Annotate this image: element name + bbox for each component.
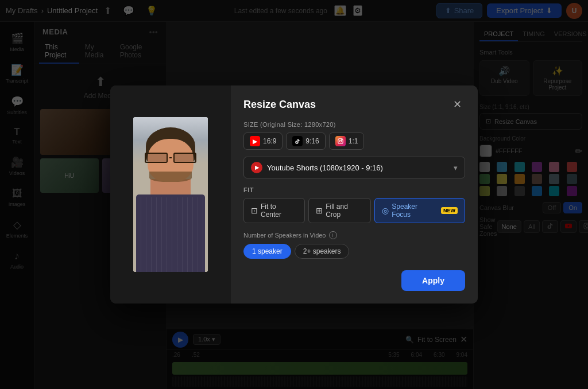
speakers-section-label: Number of Speakers in Video i [243,231,465,239]
glasses-shape [145,153,196,163]
tiktok-icon [292,136,303,146]
preview-frame [133,117,208,272]
shirt-pattern [136,197,205,272]
multi-speaker-option[interactable]: 2+ speakers [295,244,350,259]
dropdown-chevron-icon: ▾ [454,164,458,172]
size-16-9-label: 16:9 [263,137,276,145]
speakers-label-text: Number of Speakers in Video [243,232,326,239]
size-1-1-label: 1:1 [349,137,358,145]
dropdown-left: ▶ Youtube Shorts (1080x1920 - 9:16) [251,162,383,173]
dropdown-platform-icon: ▶ [251,162,262,173]
format-dropdown[interactable]: ▶ Youtube Shorts (1080x1920 - 9:16) ▾ [243,157,465,178]
fill-crop-option[interactable]: ⊞ Fill and Crop [308,198,371,223]
fill-crop-label: Fill and Crop [326,203,363,219]
modal-content: Resize Canvas ✕ SIZE (Original Size: 128… [231,85,478,304]
speaker-focus-option[interactable]: ◎ Speaker Focus NEW [374,198,465,223]
modal-footer: Apply [243,270,465,291]
size-9-16-label: 9:16 [305,137,319,145]
fit-section-label: FIT [243,186,465,193]
apply-button[interactable]: Apply [401,270,465,291]
modal-header: Resize Canvas ✕ [243,97,465,112]
resize-canvas-modal: Resize Canvas ✕ SIZE (Original Size: 128… [110,85,478,304]
size-option-16-9[interactable]: ▶ 16:9 [243,133,283,150]
speaker-focus-icon: ◎ [382,206,389,215]
size-options: ▶ 16:9 9:16 1:1 [243,133,465,150]
preview-image [133,117,208,272]
youtube-icon: ▶ [250,136,260,146]
fit-center-option[interactable]: ⊡ Fit to Center [243,198,305,223]
new-badge: NEW [441,207,458,214]
svg-point-4 [339,140,341,142]
fit-options: ⊡ Fit to Center ⊞ Fill and Crop ◎ Speake… [243,198,465,223]
speaker-focus-label: Speaker Focus [392,203,436,219]
size-section-label: SIZE (Original Size: 1280x720) [243,121,465,128]
size-option-1-1[interactable]: 1:1 [329,133,365,150]
beard-shape [149,172,192,182]
modal-overlay: Resize Canvas ✕ SIZE (Original Size: 128… [0,0,588,389]
modal-close-button[interactable]: ✕ [450,97,465,112]
size-option-9-16[interactable]: 9:16 [286,133,325,150]
svg-point-5 [341,139,342,140]
modal-preview-panel [110,85,231,304]
one-speaker-option[interactable]: 1 speaker [243,244,291,259]
fit-center-icon: ⊡ [251,206,258,215]
modal-title: Resize Canvas [243,99,316,111]
fit-center-label: Fit to Center [261,203,297,219]
fill-crop-icon: ⊞ [316,206,323,215]
info-icon: i [329,231,337,239]
dropdown-label: Youtube Shorts (1080x1920 - 9:16) [267,164,383,172]
instagram-icon [335,136,346,146]
speaker-options: 1 speaker 2+ speakers [243,244,465,259]
